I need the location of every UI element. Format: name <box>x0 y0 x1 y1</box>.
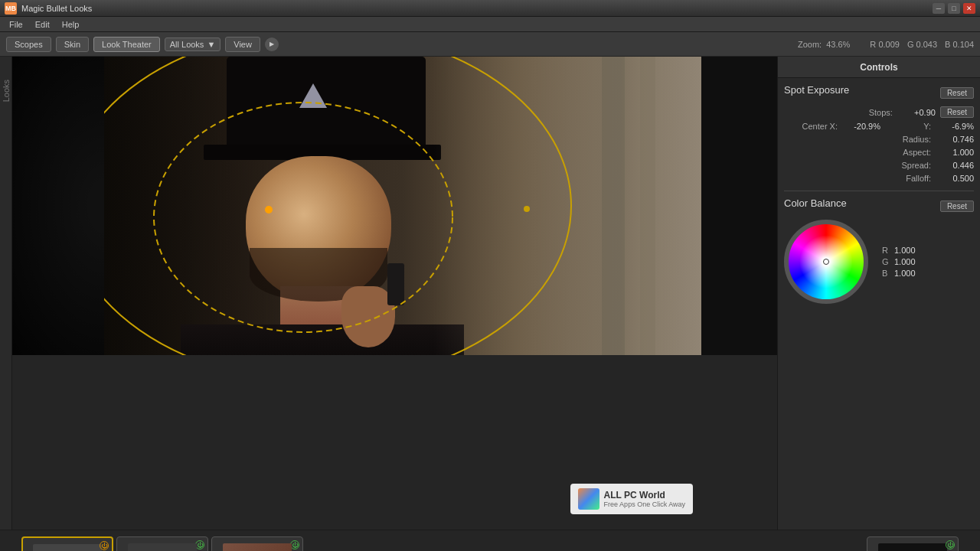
falloff-row: Falloff: 0.500 <box>784 174 974 183</box>
section-divider <box>784 191 974 191</box>
color-wheel[interactable] <box>784 220 868 304</box>
play-button[interactable]: ▶ <box>265 37 279 51</box>
center-x-value: -20.9% <box>842 122 880 131</box>
spot-right-handle[interactable] <box>524 206 530 212</box>
spot-exposure-icon: S <box>33 544 102 551</box>
lens-distortion-icon <box>878 543 947 551</box>
bottom-area: ⏻ S Spot Exposure ⏻ Colorista 3-Way ⏻ <box>0 530 980 551</box>
bg-column <box>602 57 625 355</box>
scopes-button[interactable]: Scopes <box>6 37 51 52</box>
color-wheel-dot <box>823 259 829 265</box>
aspect-label: Aspect: <box>885 148 931 157</box>
cosmo-svg <box>227 547 288 551</box>
aspect-value: 1.000 <box>936 148 974 157</box>
tool-chain-area: ⏻ S Spot Exposure ⏻ Colorista 3-Way ⏻ <box>0 530 980 551</box>
dropdown-arrow-icon: ▼ <box>207 40 215 49</box>
watermark: ALL PC World Free Apps One Click Away <box>570 484 693 514</box>
radius-row: Radius: 0.746 <box>784 135 974 144</box>
spread-label: Spread: <box>885 161 931 170</box>
colorista-icon <box>128 543 197 551</box>
preview-area[interactable]: ALL PC World Free Apps One Click Away <box>12 57 777 530</box>
g-label: G <box>882 257 891 266</box>
spread-value: 0.446 <box>936 161 974 170</box>
r-label: R <box>882 246 891 255</box>
background-right <box>433 57 701 355</box>
colorista-svg <box>132 547 193 551</box>
aspect-row: Aspect: 1.000 <box>784 148 974 157</box>
skin-button[interactable]: Skin <box>56 37 89 52</box>
lens-distortion-card[interactable]: ⏻ Lens Distortion <box>867 536 959 551</box>
menubar: File Edit Help <box>0 17 980 32</box>
watermark-subtitle: Free Apps One Click Away <box>604 500 685 508</box>
color-balance-title: Color Balance <box>784 197 847 209</box>
toolbar: Scopes Skin Look Theater All Looks ▼ Vie… <box>0 32 980 57</box>
stops-row: Stops: +0.90 Reset <box>784 106 974 118</box>
falloff-label: Falloff: <box>885 174 931 183</box>
right-panel: Controls Spot Exposure Reset Stops: +0.9… <box>777 57 980 530</box>
zoom-display: Zoom: 43.6% <box>798 40 850 49</box>
spot-exposure-power-icon[interactable]: ⏻ <box>100 541 109 550</box>
g-display: G 0.043 <box>907 40 937 49</box>
watermark-logo <box>578 488 599 510</box>
stops-value: +0.90 <box>897 108 936 117</box>
all-looks-dropdown[interactable]: All Looks ▼ <box>165 37 221 51</box>
phone <box>387 263 404 305</box>
falloff-value: 0.500 <box>936 174 974 183</box>
bg-column2 <box>640 57 655 355</box>
outer-right-vignette <box>701 57 777 355</box>
maximize-button[interactable]: □ <box>948 3 960 14</box>
b-label: B <box>882 269 891 278</box>
r-row: R 1.000 <box>882 246 916 255</box>
spot-exposure-card[interactable]: ⏻ S Spot Exposure <box>21 536 113 551</box>
spot-exposure-title: Spot Exposure <box>784 84 849 96</box>
menu-file[interactable]: File <box>3 18 29 31</box>
watermark-text: ALL PC World Free Apps One Click Away <box>604 490 685 508</box>
r-display: R 0.009 <box>870 40 900 49</box>
look-theater-button[interactable]: Look Theater <box>93 37 160 52</box>
color-balance-rgb: R 1.000 G 1.000 B 1.000 <box>882 246 916 278</box>
b-value: 1.000 <box>894 269 916 278</box>
controls-body: Spot Exposure Reset Stops: +0.90 Reset C… <box>778 78 980 530</box>
view-button[interactable]: View <box>225 37 260 52</box>
cosmo-card[interactable]: ⏻ Cosmo <box>211 536 303 551</box>
stops-reset-button[interactable]: Reset <box>940 106 974 118</box>
watermark-title: ALL PC World <box>604 490 685 500</box>
app-title: Magic Bullet Looks <box>21 4 933 13</box>
zoom-label: Zoom: <box>798 40 822 49</box>
y-label: Y: <box>885 122 931 131</box>
menu-help[interactable]: Help <box>56 18 86 31</box>
app-icon: MB <box>5 2 17 15</box>
center-x-label: Center X: <box>792 122 838 131</box>
colorista-card[interactable]: ⏻ Colorista 3-Way <box>116 536 208 551</box>
b-row: B 1.000 <box>882 269 916 278</box>
color-balance-section: Color Balance Reset R 1.000 <box>784 197 974 304</box>
lens-dist-svg <box>882 547 943 551</box>
window-controls: ─ □ ✕ <box>933 3 975 14</box>
color-balance-reset-button[interactable]: Reset <box>940 201 974 212</box>
spot-center-handle[interactable] <box>265 206 273 214</box>
menu-edit[interactable]: Edit <box>29 18 56 31</box>
center-row: Center X: -20.9% Y: -6.9% <box>784 122 974 131</box>
close-button[interactable]: ✕ <box>963 3 975 14</box>
stops-label: Stops: <box>847 108 893 117</box>
left-sidebar: Looks <box>0 57 12 530</box>
hat-logo <box>299 83 327 108</box>
main-area: Looks <box>0 57 980 530</box>
titlebar: MB Magic Bullet Looks ─ □ ✕ <box>0 0 980 17</box>
lens-distortion-power-icon[interactable]: ⏻ <box>946 540 955 549</box>
g-row: G 1.000 <box>882 257 916 266</box>
r-value: 1.000 <box>894 246 916 255</box>
color-wheel-area: R 1.000 G 1.000 B 1.000 <box>784 220 974 304</box>
g-value: 1.000 <box>894 257 916 266</box>
spot-exposure-section: Spot Exposure Reset Stops: +0.90 Reset C… <box>784 84 974 183</box>
b-display: B 0.104 <box>945 40 974 49</box>
all-looks-label: All Looks <box>170 40 204 49</box>
rgb-display: R 0.009 G 0.043 B 0.104 <box>870 40 974 49</box>
outer-left-vignette <box>12 57 104 355</box>
radius-label: Radius: <box>885 135 931 144</box>
radius-value: 0.746 <box>936 135 974 144</box>
cosmo-icon <box>223 543 292 551</box>
spot-exposure-reset-button[interactable]: Reset <box>940 87 974 99</box>
minimize-button[interactable]: ─ <box>933 3 945 14</box>
controls-header: Controls <box>778 57 980 78</box>
